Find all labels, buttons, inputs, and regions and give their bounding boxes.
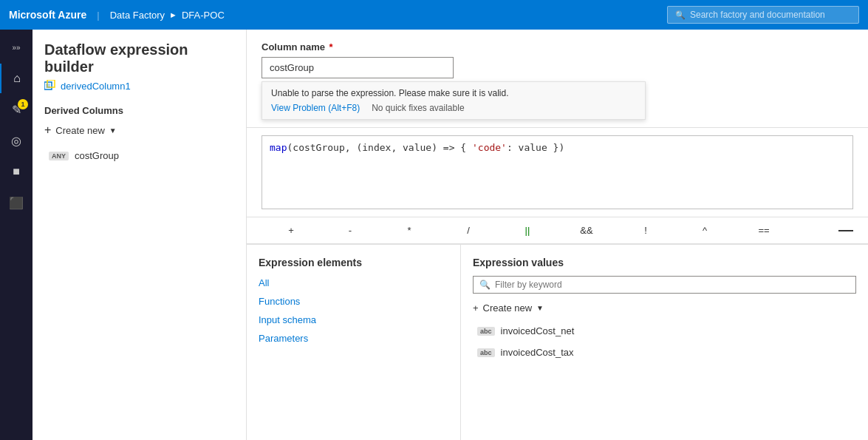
op-caret[interactable]: ^: [675, 222, 734, 239]
subtitle-row: derivedColumn1: [44, 80, 234, 92]
value-name-1: invoicedCost_tax: [501, 347, 574, 358]
values-chevron-icon: ▼: [536, 304, 544, 312]
operator-bar: + - * / || && ! ^ ==: [247, 217, 868, 244]
chevron-down-icon: ▼: [109, 126, 117, 135]
search-box[interactable]: 🔍: [667, 6, 859, 24]
filter-search-icon: 🔍: [479, 280, 491, 290]
top-bar: Microsoft Azure | Data Factory ► DFA-POC…: [0, 0, 868, 30]
value-item-1[interactable]: abc invoicedCost_tax: [473, 344, 856, 361]
type-badge: ANY: [49, 152, 69, 160]
column-name-input[interactable]: [262, 57, 454, 78]
brand-label: Microsoft Azure: [9, 9, 86, 21]
expression-elements-panel: Expression elements All Functions Input …: [247, 245, 461, 440]
value-item-0[interactable]: abc invoicedCost_net: [473, 322, 856, 339]
home-icon: ⌂: [13, 72, 21, 85]
create-new-button[interactable]: + Create new ▼: [44, 123, 234, 137]
create-new-label: Create new: [55, 125, 104, 136]
op-multiply[interactable]: *: [380, 222, 439, 239]
values-plus-icon: +: [473, 302, 479, 314]
column-name-section: Column name * Unable to parse the expres…: [247, 30, 868, 128]
op-and[interactable]: &&: [557, 222, 616, 239]
op-equal[interactable]: ==: [734, 222, 793, 239]
op-not[interactable]: !: [616, 222, 675, 239]
elem-link-all[interactable]: All: [259, 277, 448, 288]
rail-target[interactable]: ◎: [0, 126, 33, 155]
view-problem-link[interactable]: View Problem (Alt+F8): [271, 103, 360, 113]
expression-editor[interactable]: map(costGroup, (index, value) => { 'code…: [262, 135, 853, 209]
filter-input-wrap[interactable]: 🔍: [473, 276, 856, 294]
rail-graduation[interactable]: ⬛: [0, 188, 33, 217]
breadcrumb-arrow: ►: [169, 10, 177, 19]
sidebar-panel: Dataflow expression builder derivedColum…: [33, 30, 247, 440]
op-plus[interactable]: +: [262, 222, 321, 239]
rail-edit[interactable]: ✎ 1: [0, 95, 33, 124]
main-content: Column name * Unable to parse the expres…: [247, 30, 868, 440]
breadcrumb-sep: |: [97, 10, 99, 21]
notification-badge: 1: [18, 99, 28, 109]
graduation-icon: ⬛: [9, 196, 24, 210]
plus-icon: +: [44, 123, 51, 137]
bottom-section: Expression elements All Functions Input …: [247, 244, 868, 440]
svg-rect-2: [46, 84, 50, 88]
no-quick-fixes: No quick fixes available: [372, 103, 464, 113]
elem-link-functions[interactable]: Functions: [259, 296, 448, 307]
search-icon: 🔍: [675, 10, 686, 20]
rail-home[interactable]: ⌂: [0, 64, 33, 93]
column-name-label: Column name *: [262, 41, 853, 53]
fn-map: map: [270, 142, 287, 153]
filter-input[interactable]: [495, 280, 850, 290]
expression-values-title: Expression values: [473, 257, 856, 268]
error-tooltip: Unable to parse the expression. Please m…: [262, 81, 646, 120]
abc-badge-1: abc: [477, 348, 495, 357]
briefcase-icon: ■: [13, 165, 20, 178]
values-create-new-label: Create new: [483, 302, 532, 314]
error-message: Unable to parse the expression. Please m…: [271, 88, 636, 98]
op-minus[interactable]: -: [321, 222, 380, 239]
app-layout: »» ⌂ ✎ 1 ◎ ■ ⬛ Dataflow expression build…: [0, 30, 868, 440]
abc-badge-0: abc: [477, 327, 495, 336]
rail-expand[interactable]: »»: [0, 33, 33, 62]
list-item[interactable]: ANY costGroup: [44, 147, 234, 164]
col-name: costGroup: [75, 150, 119, 161]
derived-col-subtitle-text: derivedColumn1: [61, 81, 131, 92]
derived-cols-label: Derived Columns: [44, 105, 234, 116]
derived-col-icon: [44, 80, 56, 92]
op-line-indicator: [838, 230, 853, 231]
icon-rail: »» ⌂ ✎ 1 ◎ ■ ⬛: [0, 30, 33, 440]
elem-link-input-schema[interactable]: Input schema: [259, 314, 448, 325]
expression-code: map(costGroup, (index, value) => { 'code…: [270, 142, 845, 153]
elem-link-parameters[interactable]: Parameters: [259, 333, 448, 344]
search-input[interactable]: [690, 10, 851, 20]
breadcrumb: Data Factory ► DFA-POC: [110, 10, 225, 21]
required-marker: *: [329, 41, 333, 53]
target-icon: ◎: [11, 134, 21, 148]
value-name-0: invoicedCost_net: [501, 325, 575, 336]
op-divide[interactable]: /: [439, 222, 498, 239]
breadcrumb-dfapoc[interactable]: DFA-POC: [182, 10, 225, 21]
expand-icon: »»: [12, 44, 20, 52]
error-actions: View Problem (Alt+F8) No quick fixes ava…: [271, 103, 636, 113]
expression-section: map(costGroup, (index, value) => { 'code…: [247, 128, 868, 217]
values-create-new-button[interactable]: + Create new ▼: [473, 302, 856, 314]
expression-elements-title: Expression elements: [259, 257, 448, 268]
page-title: Dataflow expression builder: [44, 41, 234, 75]
op-or[interactable]: ||: [498, 222, 557, 239]
rail-briefcase[interactable]: ■: [0, 157, 33, 186]
expression-values-panel: Expression values 🔍 + Create new ▼ abc i…: [461, 245, 868, 440]
breadcrumb-datafactory[interactable]: Data Factory: [110, 10, 165, 21]
